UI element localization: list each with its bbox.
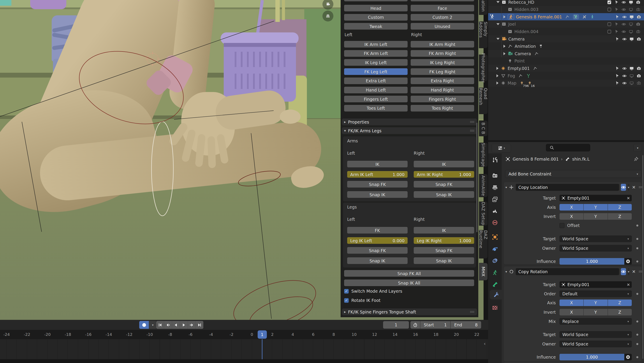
spine-panel-header[interactable]: ▸ FK/IK Spine Fingers Tongue Shaft bbox=[342, 308, 477, 315]
invert-toggle-group[interactable]: X Y Z bbox=[560, 213, 632, 220]
sidebar-tab-b-c-b[interactable]: B C B bbox=[479, 121, 488, 136]
eye-toggle-icon[interactable] bbox=[621, 0, 626, 5]
invert-x-button[interactable]: X bbox=[560, 213, 583, 220]
outliner-item-name[interactable]: Camera bbox=[508, 37, 525, 42]
outliner-row-hidden-004[interactable]: Hidden.004 bbox=[488, 28, 644, 35]
properties-tab-bonecon-icon[interactable] bbox=[490, 290, 502, 299]
monitor-off-toggle-icon[interactable] bbox=[629, 73, 634, 79]
anim-badge-icon[interactable] bbox=[565, 15, 570, 19]
outliner-item-name[interactable]: Joel bbox=[508, 22, 516, 27]
monitor-toggle-icon[interactable] bbox=[629, 66, 634, 71]
start-frame-field[interactable]: Start 1 bbox=[420, 321, 450, 329]
animate-dot[interactable] bbox=[636, 320, 638, 322]
constraint-extras-button[interactable]: ▾ bbox=[628, 268, 629, 275]
constraint-extras-button[interactable]: ▾ bbox=[628, 184, 629, 191]
pointer-toggle-icon[interactable] bbox=[614, 7, 619, 13]
editor-type-button[interactable]: ▾ bbox=[492, 144, 511, 152]
properties-tab-output-icon[interactable] bbox=[490, 183, 500, 193]
eye-toggle-icon[interactable] bbox=[622, 66, 627, 71]
track-scroll-arrow[interactable]: ‹ bbox=[484, 341, 486, 346]
anim-badge-icon[interactable] bbox=[534, 51, 539, 56]
outliner-row-camera[interactable]: Camera bbox=[488, 50, 644, 57]
end-frame-field[interactable]: End 8 bbox=[450, 321, 481, 329]
invert-z-button[interactable]: Z bbox=[608, 213, 632, 220]
properties-tab-world-icon[interactable] bbox=[490, 218, 500, 227]
sidebar-tab-animaide[interactable]: AnimAide bbox=[479, 174, 488, 197]
outliner-item-name[interactable]: Fog bbox=[508, 73, 515, 78]
layer-ik-arm-left-button[interactable]: IK Arm Left bbox=[344, 41, 408, 48]
properties-panel-header[interactable]: ▸ Properties bbox=[342, 119, 477, 125]
breadcrumb-bone[interactable]: shin.fk.L bbox=[572, 157, 590, 161]
camera-toggle-icon[interactable] bbox=[636, 73, 642, 79]
layer-hand-left-button[interactable]: Hand Left bbox=[344, 87, 408, 93]
timeline-scrollbar-area[interactable] bbox=[0, 359, 488, 363]
animate-dot[interactable] bbox=[636, 247, 638, 249]
order-dropdown[interactable]: Default▾ bbox=[560, 290, 632, 297]
animate-dot[interactable] bbox=[636, 225, 638, 226]
arms-ik-button[interactable]: IK bbox=[347, 161, 408, 167]
arms-snap-fk-button[interactable]: Snap FK bbox=[347, 181, 408, 188]
snap-fk-all-button[interactable]: Snap FK All bbox=[344, 270, 474, 277]
properties-tab-scene-icon[interactable] bbox=[490, 206, 500, 216]
expander-closed-icon[interactable] bbox=[504, 15, 506, 19]
camera-toggle-icon[interactable] bbox=[636, 36, 642, 42]
pointer-toggle-icon[interactable] bbox=[614, 36, 620, 42]
outliner-item-name[interactable]: Rebecca_HD bbox=[508, 0, 534, 5]
filter-dropdown-button[interactable]: ▾ bbox=[634, 144, 642, 152]
legs-fk-button[interactable]: FK bbox=[347, 227, 408, 233]
properties-scrollbar[interactable] bbox=[642, 155, 643, 359]
monitor-off-toggle-icon[interactable] bbox=[628, 29, 634, 34]
current-frame-field[interactable]: 1 bbox=[383, 321, 409, 329]
layer-fingers-left-button[interactable]: Fingers Left bbox=[344, 96, 408, 102]
panel-scrollbar[interactable] bbox=[476, 123, 478, 232]
properties-tab-tool-icon[interactable] bbox=[490, 155, 500, 165]
auto-keying-button[interactable] bbox=[139, 321, 149, 329]
animate-dot[interactable] bbox=[636, 356, 638, 358]
properties-tab-object-icon[interactable] bbox=[490, 232, 500, 242]
checkbox-checked-toggle-icon[interactable] bbox=[606, 0, 612, 5]
chevron-down-icon[interactable]: ▾ bbox=[506, 270, 507, 273]
owner-space-dropdown[interactable]: World Space▾ bbox=[560, 245, 632, 251]
sidebar-tab-mhx[interactable]: MHX bbox=[479, 263, 488, 280]
layer-custom-2-button[interactable]: Custom 2 bbox=[411, 14, 474, 21]
legs-snap-fk-button[interactable]: Snap FK bbox=[347, 247, 408, 254]
expander-open-icon[interactable] bbox=[496, 38, 500, 40]
legs-ik-button[interactable]: IK bbox=[414, 227, 474, 233]
layer-extra-left-button[interactable]: Extra Left bbox=[344, 78, 408, 84]
expander-closed-icon[interactable] bbox=[496, 82, 498, 85]
outliner-row-fog[interactable]: Fog bbox=[488, 72, 644, 79]
pointer-toggle-icon[interactable] bbox=[614, 73, 620, 79]
drag-grip-icon[interactable] bbox=[470, 128, 475, 133]
outliner-item-name[interactable]: Empty.001 bbox=[508, 66, 530, 71]
rotate-ik-foot-checkbox-row[interactable]: ✓ Rotate IK Foot bbox=[344, 298, 380, 303]
animate-dot[interactable] bbox=[636, 334, 638, 336]
layer-fk-arm-right-button[interactable]: FK Arm Right bbox=[411, 50, 474, 57]
properties-tab-dataman-icon[interactable] bbox=[490, 268, 500, 277]
timeline-track[interactable]: ‹ bbox=[0, 339, 488, 359]
expander-closed-icon[interactable] bbox=[504, 52, 506, 55]
outliner-row-map[interactable]: Map79616 bbox=[488, 80, 644, 87]
constraint-name-field[interactable]: Copy Rotation bbox=[516, 268, 619, 275]
animate-dot[interactable] bbox=[636, 293, 638, 295]
layer-face-button[interactable]: Face bbox=[411, 5, 474, 12]
legs-snap-ik-button[interactable]: Snap IK bbox=[414, 257, 474, 264]
layer-tweak-button[interactable]: Tweak bbox=[344, 23, 408, 30]
layer-hand-right-button[interactable]: Hand Right bbox=[411, 87, 474, 93]
monitor-toggle-icon[interactable] bbox=[629, 14, 634, 20]
layer-toes-right-button[interactable]: Toes Right bbox=[411, 105, 474, 112]
axis-toggle-group[interactable]: X Y Z bbox=[560, 299, 632, 306]
expander-closed-icon[interactable] bbox=[496, 74, 498, 77]
invert-x-button[interactable]: X bbox=[560, 309, 583, 315]
camera-x-toggle-icon[interactable] bbox=[636, 80, 642, 86]
clear-target-icon[interactable]: ✕ bbox=[627, 282, 630, 287]
influence-slider[interactable]: 1.000 bbox=[560, 258, 632, 265]
auto-keying-dropdown[interactable]: ▾ bbox=[149, 321, 156, 329]
constraint-name-field[interactable]: Copy Location bbox=[516, 184, 619, 191]
clear-target-icon[interactable]: ✕ bbox=[627, 196, 630, 200]
properties-tab-texture-icon[interactable] bbox=[490, 303, 500, 313]
layer-ik-leg-right-button[interactable]: IK Leg Right bbox=[411, 59, 474, 66]
breadcrumb-object[interactable]: Genesis 8 Female.001 bbox=[513, 157, 559, 161]
target-space-dropdown[interactable]: World Space▾ bbox=[560, 235, 632, 242]
use-preview-range-button[interactable] bbox=[410, 321, 420, 329]
outliner-item-name[interactable]: Genesis 8 Female.001 bbox=[516, 15, 562, 19]
